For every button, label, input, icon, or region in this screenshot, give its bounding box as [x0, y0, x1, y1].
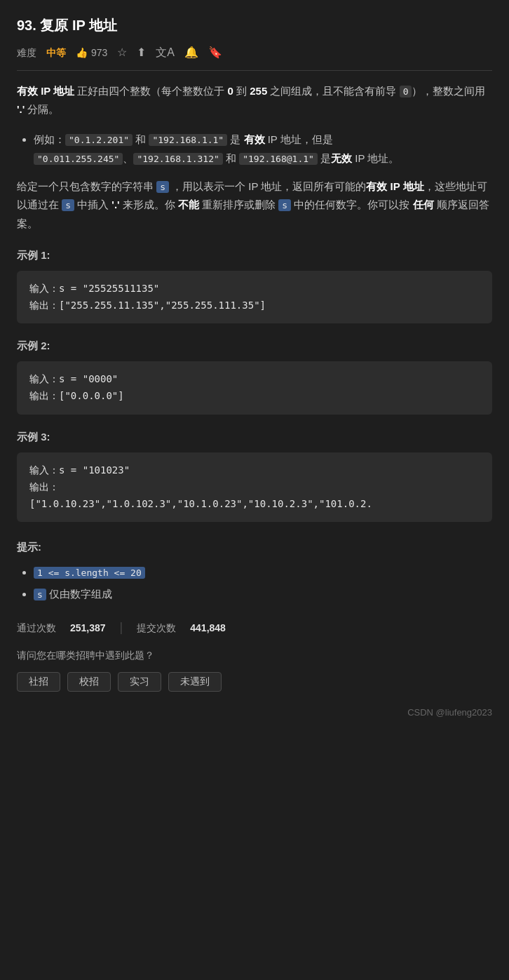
submit-value: 441,848: [190, 620, 226, 636]
desc-num2: 255: [250, 85, 267, 97]
example1-code-block: 输入：s = "25525511135" 输出：["255.255.11.135…: [17, 271, 492, 324]
task4: 中插入: [74, 199, 111, 210]
example-list: 例如："0.1.2.201" 和 "192.168.1.1" 是 有效 IP 地…: [17, 130, 492, 168]
recruit-btn-2[interactable]: 实习: [118, 672, 161, 692]
task-dot: '.': [111, 199, 119, 210]
recruit-question: 请问您在哪类招聘中遇到此题？: [17, 647, 492, 663]
ex-are: 是: [227, 133, 243, 145]
watermark: CSDN @liufeng2023: [17, 706, 492, 720]
translate-icon[interactable]: 文A: [156, 43, 175, 62]
example3-code-block: 输入：s = "101023" 输出： ["1.0.10.23","1.0.10…: [17, 452, 492, 522]
desc-num1: 0: [228, 85, 233, 97]
ex-valid2: "192.168.1.1": [149, 134, 227, 146]
pass-label: 通过次数: [17, 620, 56, 636]
pass-value: 251,387: [70, 620, 106, 636]
hint1-item: 1 <= s.length <= 20: [34, 563, 492, 582]
thumbs-up-icon: 👍: [76, 45, 88, 60]
task-s3: s: [278, 199, 291, 211]
ex-ip-label2: IP 地址。: [352, 152, 399, 164]
hints-section: 提示: 1 <= s.length <= 20 s 仅由数字组成: [17, 539, 492, 603]
bookmark-icon[interactable]: 🔖: [208, 43, 222, 62]
hints-title: 提示:: [17, 539, 492, 556]
hint1-code: 1 <= s.length <= 20: [34, 567, 145, 579]
example3-output-label: 输出：: [29, 479, 480, 496]
task-cannot: 不能: [178, 199, 199, 210]
bell-icon[interactable]: 🔔: [184, 43, 198, 62]
section-example3-title: 示例 3:: [17, 429, 492, 445]
ex-invalid-label: 无效: [331, 152, 352, 164]
difficulty-label: 难度: [17, 45, 36, 60]
example2-input: 输入：s = "0000": [29, 371, 480, 388]
task-s1: s: [156, 181, 169, 193]
ex-comma1: 、: [123, 152, 133, 164]
ex-valid1: "0.1.2.201": [65, 134, 133, 146]
example3-output-value: ["1.0.10.23","1.0.102.3","10.1.0.23","10…: [29, 496, 480, 513]
desc2: 正好由四个整数（每个整数位于: [74, 85, 227, 97]
task-bold: 有效 IP 地址: [366, 180, 423, 192]
ex-invalid3: "192.168@1.1": [239, 153, 318, 165]
task-block: 给定一个只包含数字的字符串 s ，用以表示一个 IP 地址，返回所有可能的有效 …: [17, 177, 492, 233]
task-s2: s: [62, 199, 74, 211]
ex-invalid1: "0.011.255.245": [34, 153, 123, 165]
toolbar: 难度 中等 👍 973 ☆ ⬆ 文A 🔔 🔖: [17, 43, 492, 71]
section-example2-title: 示例 2:: [17, 337, 492, 354]
task1: 给定一个只包含数字的字符串: [17, 180, 156, 192]
desc4: 之间组成，且不能含有前导: [267, 85, 399, 97]
example-label: 例如：: [34, 133, 65, 145]
star-icon[interactable]: ☆: [117, 43, 127, 62]
hint2-s: s: [34, 589, 46, 600]
like-count: 973: [91, 45, 107, 60]
recruit-btn-3[interactable]: 未遇到: [168, 672, 222, 692]
example1-output: 输出：["255.255.11.135","255.255.111.35"]: [29, 297, 480, 314]
example2-code-block: 输入：s = "0000" 输出：["0.0.0.0"]: [17, 361, 492, 415]
ex-invalid2: "192.168.1.312": [133, 153, 222, 165]
stats-divider: |: [120, 617, 123, 638]
stats-row: 通过次数 251,387 | 提交次数 441,848: [17, 617, 492, 638]
task6: 重新排序或删除: [199, 199, 278, 210]
valid-ip-label: 有效 IP 地址: [17, 85, 74, 97]
recruit-btn-1[interactable]: 校招: [67, 672, 111, 692]
task2: ，用以表示一个 IP 地址，返回所有可能的: [169, 180, 366, 192]
hints-list: 1 <= s.length <= 20 s 仅由数字组成: [17, 563, 492, 603]
submit-label: 提交次数: [137, 620, 176, 636]
ex-is: 是: [318, 152, 331, 164]
task-any: 任何: [413, 199, 434, 210]
task5: 来形成。你: [120, 199, 178, 210]
example1-input: 输入：s = "25525511135": [29, 281, 480, 297]
ex-valid-label: 有效: [244, 133, 265, 145]
ex-and1: 和: [133, 133, 149, 145]
example2-output: 输出：["0.0.0.0"]: [29, 388, 480, 405]
example3-input: 输入：s = "101023": [29, 462, 480, 479]
desc5: ），整数之间用: [412, 85, 485, 97]
difficulty-value: 中等: [46, 45, 66, 60]
example-item: 例如："0.1.2.201" 和 "192.168.1.1" 是 有效 IP 地…: [34, 130, 492, 168]
section-example1-title: 示例 1:: [17, 247, 492, 264]
desc-num3: 0: [400, 86, 412, 98]
description-block: 有效 IP 地址 正好由四个整数（每个整数位于 0 到 255 之间组成，且不能…: [17, 82, 492, 119]
page-title: 93. 复原 IP 地址: [17, 14, 492, 36]
share-icon[interactable]: ⬆: [137, 43, 146, 62]
like-area[interactable]: 👍 973: [76, 45, 107, 60]
desc-dot: '.': [17, 103, 25, 115]
recruit-btn-0[interactable]: 社招: [17, 672, 60, 692]
recruit-buttons: 社招 校招 实习 未遇到: [17, 672, 492, 692]
desc6: 分隔。: [25, 103, 59, 115]
ex-ip-label: IP 地址，但是: [265, 133, 333, 145]
ex-and2: 和: [223, 152, 239, 164]
hint2-item: s 仅由数字组成: [34, 584, 492, 603]
desc3: 到: [233, 85, 250, 97]
hint2-text: 仅由数字组成: [46, 588, 112, 600]
task7: 中的任何数字。你可以按: [291, 199, 412, 210]
